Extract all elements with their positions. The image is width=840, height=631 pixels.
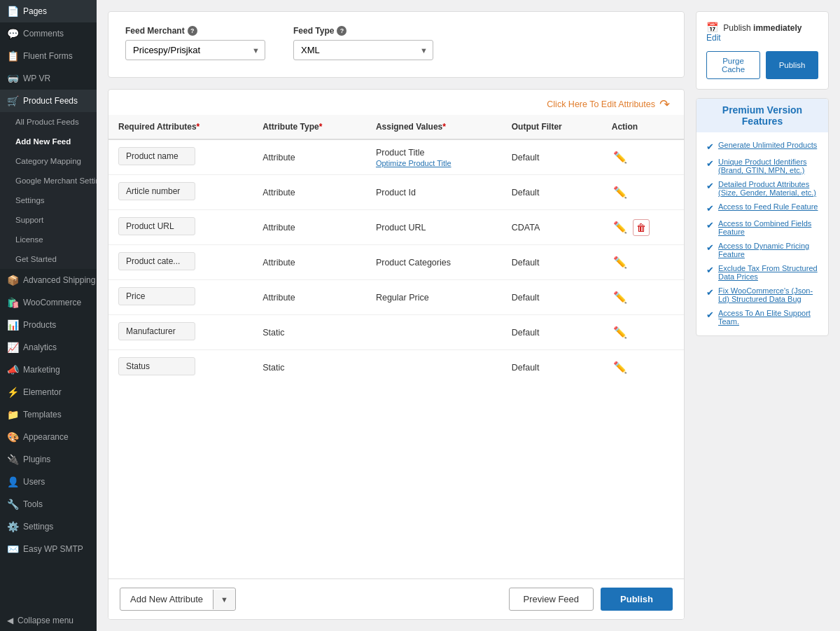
- preview-feed-button[interactable]: Preview Feed: [509, 588, 594, 611]
- publish-edit-link[interactable]: Edit: [706, 33, 721, 43]
- submenu-license[interactable]: License: [0, 230, 97, 249]
- attr-name-cell-6: Status: [108, 350, 253, 385]
- edit-attribute-button-4[interactable]: ✏️: [612, 289, 629, 305]
- premium-feature-link-3[interactable]: Access to Feed Rule Feature: [718, 202, 818, 211]
- sidebar-item-products[interactable]: 📊 Products: [0, 314, 97, 336]
- action-cell-4: ✏️: [602, 280, 684, 315]
- premium-feature-link-0[interactable]: Generate Unlimited Products: [718, 141, 817, 149]
- submenu-settings[interactable]: Settings: [0, 190, 97, 210]
- sidebar-item-plugins[interactable]: 🔌 Plugins: [0, 448, 97, 471]
- submenu-all-product-feeds[interactable]: All Product Feeds: [0, 112, 97, 132]
- edit-attribute-button-0[interactable]: ✏️: [612, 149, 629, 165]
- attributes-table: Required Attributes Attribute Type Assig…: [108, 115, 684, 384]
- feed-type-field: Feed Type ? XML CSV TSV ▼: [293, 26, 433, 60]
- attributes-table-scroll[interactable]: Required Attributes Attribute Type Assig…: [108, 115, 684, 578]
- edit-attribute-button-1[interactable]: ✏️: [612, 184, 629, 200]
- publish-card: 📅 Publish immediately Edit Purge Cache P…: [696, 11, 829, 90]
- submenu-google-merchant-settings[interactable]: Google Merchant Settings: [0, 171, 97, 190]
- sidebar-item-advanced-shipping[interactable]: 📦 Advanced Shipping: [0, 269, 97, 291]
- sidebar-item-product-feeds[interactable]: 🛒 Product Feeds: [0, 90, 97, 112]
- publish-side-button[interactable]: Publish: [766, 51, 818, 79]
- merchant-help-icon[interactable]: ?: [188, 26, 197, 36]
- marketing-icon: 📣: [7, 364, 18, 375]
- add-new-attribute-button[interactable]: Add New Attribute ▼: [120, 588, 236, 611]
- feed-merchant-select[interactable]: Pricespy/Prisjkat Google Merchant Facebo…: [125, 40, 265, 60]
- collapse-menu-button[interactable]: ◀ Collapse menu: [0, 610, 97, 631]
- optimize-link-0[interactable]: Optimize Product Title: [376, 159, 492, 167]
- attribute-type-3: Attribute: [253, 245, 366, 280]
- edit-hint[interactable]: Click Here To Edit Attributes ↷: [108, 90, 684, 115]
- table-row: StatusStaticDefault✏️: [108, 350, 684, 385]
- plugins-icon: 🔌: [7, 454, 18, 465]
- sidebar-item-fluent-forms[interactable]: 📋 Fluent Forms: [0, 45, 97, 67]
- attribute-name-5: Manufacturer: [118, 322, 195, 340]
- attr-name-cell-0: Product name: [108, 139, 253, 175]
- table-row: Product URLAttributeProduct URLCDATA✏️🗑: [108, 210, 684, 245]
- delete-attribute-button-2[interactable]: 🗑: [633, 219, 650, 236]
- sidebar-item-wp-vr[interactable]: 🥽 WP VR: [0, 67, 97, 90]
- table-row: Product nameAttributeProduct TitleOptimi…: [108, 139, 684, 175]
- edit-attribute-button-5[interactable]: ✏️: [612, 324, 629, 340]
- action-cell-2: ✏️🗑: [602, 210, 684, 245]
- right-sidebar: 📅 Publish immediately Edit Purge Cache P…: [696, 11, 829, 620]
- templates-icon: 📁: [7, 409, 18, 420]
- premium-feature-1: ✔Unique Product Identifiers (Brand, GTIN…: [706, 158, 818, 174]
- table-row: Product cate...AttributeProduct Categori…: [108, 245, 684, 280]
- output-filter-4: Default: [502, 280, 602, 315]
- purge-cache-button[interactable]: Purge Cache: [706, 51, 760, 79]
- attr-name-cell-3: Product cate...: [108, 245, 253, 280]
- sidebar: 📄 Pages 💬 Comments 📋 Fluent Forms 🥽 WP V…: [0, 0, 97, 631]
- feed-type-select[interactable]: XML CSV TSV: [293, 40, 433, 60]
- col-required-attributes: Required Attributes: [108, 115, 253, 139]
- main-content: Feed Merchant ? Pricespy/Prisjkat Google…: [97, 0, 840, 631]
- add-new-btn-dropdown-arrow[interactable]: ▼: [213, 590, 235, 609]
- type-help-icon[interactable]: ?: [337, 26, 346, 36]
- sidebar-item-templates[interactable]: 📁 Templates: [0, 403, 97, 426]
- edit-attribute-button-2[interactable]: ✏️: [612, 219, 629, 235]
- premium-feature-link-6[interactable]: Exclude Tax From Structured Data Prices: [718, 264, 818, 281]
- submenu-add-new-feed[interactable]: Add New Feed: [0, 132, 97, 151]
- sidebar-item-users[interactable]: 👤 Users: [0, 471, 97, 493]
- submenu-get-started[interactable]: Get Started: [0, 249, 97, 269]
- table-row: Article numberAttributeProduct IdDefault…: [108, 175, 684, 210]
- sidebar-item-settings[interactable]: ⚙️ Settings: [0, 515, 97, 538]
- premium-feature-6: ✔Exclude Tax From Structured Data Prices: [706, 264, 818, 281]
- edit-attribute-button-6[interactable]: ✏️: [612, 359, 629, 375]
- checkmark-icon-2: ✔: [706, 181, 714, 191]
- publish-actions: Purge Cache Publish: [706, 51, 818, 79]
- premium-feature-link-7[interactable]: Fix WooCommerce's (Json-Ld) Structured D…: [718, 286, 818, 303]
- analytics-icon: 📈: [7, 342, 18, 353]
- submenu-category-mapping[interactable]: Category Mapping: [0, 151, 97, 171]
- sidebar-item-woocommerce[interactable]: 🛍️ WooCommerce: [0, 291, 97, 314]
- assigned-value-2: Product URL: [366, 210, 502, 245]
- sidebar-item-elementor[interactable]: ⚡ Elementor: [0, 381, 97, 403]
- premium-feature-3: ✔Access to Feed Rule Feature: [706, 202, 818, 214]
- sidebar-item-marketing[interactable]: 📣 Marketing: [0, 359, 97, 381]
- sidebar-item-comments[interactable]: 💬 Comments: [0, 22, 97, 45]
- sidebar-item-tools[interactable]: 🔧 Tools: [0, 493, 97, 515]
- feed-merchant-field: Feed Merchant ? Pricespy/Prisjkat Google…: [125, 26, 265, 60]
- submenu-support[interactable]: Support: [0, 210, 97, 230]
- action-cell-5: ✏️: [602, 315, 684, 350]
- premium-feature-link-1[interactable]: Unique Product Identifiers (Brand, GTIN,…: [718, 158, 818, 174]
- premium-feature-link-4[interactable]: Access to Combined Fields Feature: [718, 219, 818, 236]
- edit-attribute-button-3[interactable]: ✏️: [612, 254, 629, 270]
- feed-config-card: Feed Merchant ? Pricespy/Prisjkat Google…: [108, 11, 685, 78]
- premium-feature-link-2[interactable]: Detailed Product Attributes (Size, Gende…: [718, 180, 818, 197]
- assigned-value-5: [366, 315, 502, 350]
- publish-main-button[interactable]: Publish: [601, 588, 673, 611]
- premium-feature-link-5[interactable]: Access to Dynamic Pricing Feature: [718, 242, 818, 258]
- type-select-wrapper: XML CSV TSV ▼: [293, 40, 433, 60]
- assigned-value-6: [366, 350, 502, 385]
- attr-name-cell-2: Product URL: [108, 210, 253, 245]
- products-icon: 📊: [7, 319, 18, 331]
- sidebar-item-appearance[interactable]: 🎨 Appearance: [0, 426, 97, 448]
- sidebar-item-analytics[interactable]: 📈 Analytics: [0, 336, 97, 359]
- attribute-name-4: Price: [118, 287, 195, 305]
- sidebar-item-easy-wp-smtp[interactable]: ✉️ Easy WP SMTP: [0, 538, 97, 560]
- assigned-value-0: Product TitleOptimize Product Title: [366, 139, 502, 175]
- premium-feature-link-8[interactable]: Access To An Elite Support Team.: [718, 309, 818, 326]
- product-feeds-icon: 🛒: [7, 95, 18, 106]
- col-attribute-type: Attribute Type: [253, 115, 366, 139]
- sidebar-item-pages[interactable]: 📄 Pages: [0, 0, 97, 22]
